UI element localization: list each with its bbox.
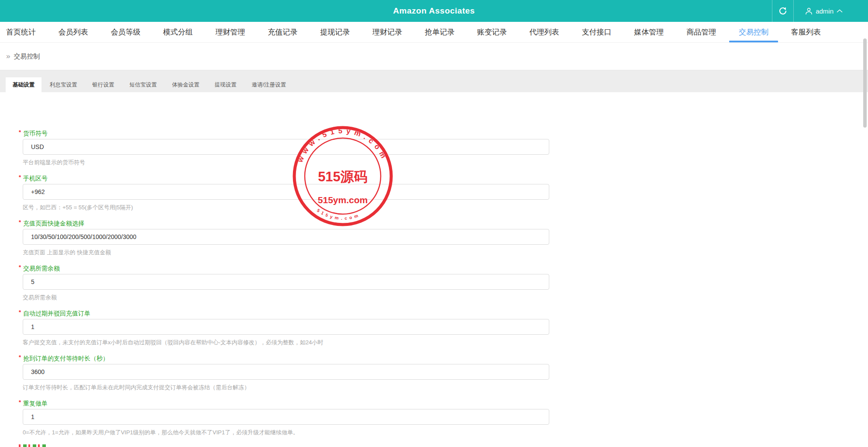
required-asterisk: * bbox=[19, 353, 21, 361]
chevron-up-icon bbox=[837, 9, 843, 13]
field-repeat-order: * 重复做单 0=不允许，1=允许，如果昨天用户做了VIP1级别的单，那么他今天… bbox=[23, 399, 868, 436]
field-currency-symbol: * 货币符号 平台前端显示的货币符号 bbox=[23, 129, 868, 166]
settings-form: * 货币符号 平台前端显示的货币符号 * 手机区号 区号，如巴西：+55 = 5… bbox=[0, 92, 868, 447]
tab-trial-fund-settings[interactable]: 体验金设置 bbox=[165, 77, 207, 92]
repeat-order-input[interactable] bbox=[23, 409, 549, 425]
required-asterisk: * bbox=[19, 218, 21, 226]
next-field-label-clipped bbox=[19, 444, 48, 447]
field-required-balance: * 交易所需余额 交易所需余额 bbox=[23, 264, 868, 301]
tab-sms-settings[interactable]: 短信宝设置 bbox=[123, 77, 164, 92]
top-header: Amazon Associates admin bbox=[0, 0, 868, 22]
nav-item-home-stats[interactable]: 首页统计 bbox=[6, 22, 36, 42]
field-quick-amounts: * 充值页面快捷金额选择 充值页面 上面显示的 快捷充值金额 bbox=[23, 219, 868, 256]
field-hint: 充值页面 上面显示的 快捷充值金额 bbox=[23, 249, 868, 256]
field-label-text: 自动过期并驳回充值订单 bbox=[23, 309, 90, 317]
tab-withdraw-settings[interactable]: 提现设置 bbox=[208, 77, 244, 92]
main-nav: 首页统计 会员列表 会员等级 模式分组 理财管理 充值记录 提现记录 理财记录 … bbox=[0, 22, 868, 43]
nav-item-mode-group[interactable]: 模式分组 bbox=[163, 22, 193, 42]
field-hint: 区号，如巴西：+55 = 55(多个区号用|5隔开) bbox=[23, 204, 868, 211]
field-label: * 抢到订单的支付等待时长（秒） bbox=[23, 354, 868, 362]
phone-area-code-input[interactable] bbox=[23, 184, 549, 200]
user-menu[interactable]: admin bbox=[794, 0, 868, 22]
field-label: * 手机区号 bbox=[23, 174, 868, 182]
field-label-text: 重复做单 bbox=[23, 399, 48, 407]
auto-expire-order-input[interactable] bbox=[23, 319, 549, 335]
settings-tabs: 基础设置 利息宝设置 银行设置 短信宝设置 体验金设置 提现设置 邀请/注册设置 bbox=[0, 70, 868, 92]
breadcrumb: » 交易控制 bbox=[0, 43, 868, 70]
nav-item-agent-list[interactable]: 代理列表 bbox=[530, 22, 559, 42]
currency-symbol-input[interactable] bbox=[23, 139, 549, 155]
required-asterisk: * bbox=[19, 263, 21, 271]
username: admin bbox=[816, 7, 834, 15]
nav-item-balance-log[interactable]: 账变记录 bbox=[477, 22, 507, 42]
app-title: Amazon Associates bbox=[393, 6, 475, 16]
field-label-text: 货币符号 bbox=[23, 129, 48, 137]
quick-amounts-input[interactable] bbox=[23, 229, 549, 245]
field-phone-area-code: * 手机区号 区号，如巴西：+55 = 55(多个区号用|5隔开) bbox=[23, 174, 868, 211]
nav-item-finance-log[interactable]: 理财记录 bbox=[372, 22, 402, 42]
field-label: * 交易所需余额 bbox=[23, 264, 868, 272]
nav-item-media-manage[interactable]: 媒体管理 bbox=[634, 22, 664, 42]
required-asterisk: * bbox=[19, 308, 21, 316]
nav-item-recharge-log[interactable]: 充值记录 bbox=[268, 22, 297, 42]
nav-item-trade-control[interactable]: 交易控制 bbox=[739, 22, 768, 42]
nav-item-grab-order-log[interactable]: 抢单记录 bbox=[425, 22, 455, 42]
nav-item-pay-interface[interactable]: 支付接口 bbox=[582, 22, 611, 42]
admin-app: Amazon Associates admin 首页统计 bbox=[0, 0, 868, 447]
refresh-icon bbox=[778, 7, 787, 15]
field-hint: 客户提交充值，未支付的充值订单x小时后自动过期驳回（驳回内容在帮助中心-文本内容… bbox=[23, 339, 868, 346]
field-hint: 交易所需余额 bbox=[23, 294, 868, 301]
nav-item-goods-manage[interactable]: 商品管理 bbox=[686, 22, 716, 42]
breadcrumb-label: 交易控制 bbox=[14, 52, 40, 61]
required-asterisk: * bbox=[19, 128, 21, 136]
nav-item-withdraw-log[interactable]: 提现记录 bbox=[320, 22, 350, 42]
field-label: * 货币符号 bbox=[23, 129, 868, 137]
vertical-scrollbar-thumb[interactable] bbox=[863, 38, 867, 128]
field-label-text: 充值页面快捷金额选择 bbox=[23, 219, 84, 227]
field-hint: 订单支付等待时长，匹配订单后未在此时间内完成支付提交订单将会被冻结（需后台解冻） bbox=[23, 384, 868, 391]
field-pay-wait-seconds: * 抢到订单的支付等待时长（秒） 订单支付等待时长，匹配订单后未在此时间内完成支… bbox=[23, 354, 868, 391]
field-label-text: 手机区号 bbox=[23, 174, 48, 182]
field-hint: 平台前端显示的货币符号 bbox=[23, 159, 868, 166]
required-asterisk: * bbox=[19, 173, 21, 181]
tab-basic-settings[interactable]: 基础设置 bbox=[6, 77, 41, 92]
field-auto-expire-order: * 自动过期并驳回充值订单 客户提交充值，未支付的充值订单x小时后自动过期驳回（… bbox=[23, 309, 868, 346]
user-icon bbox=[805, 7, 813, 15]
nav-item-member-level[interactable]: 会员等级 bbox=[111, 22, 141, 42]
tab-invite-register-settings[interactable]: 邀请/注册设置 bbox=[245, 77, 293, 92]
required-balance-input[interactable] bbox=[23, 274, 549, 290]
pay-wait-seconds-input[interactable] bbox=[23, 364, 549, 380]
nav-item-member-list[interactable]: 会员列表 bbox=[59, 22, 88, 42]
field-hint: 0=不允许，1=允许，如果昨天用户做了VIP1级别的单，那么他今天就做不了VIP… bbox=[23, 429, 868, 436]
breadcrumb-arrow-icon: » bbox=[6, 52, 10, 61]
field-label: * 重复做单 bbox=[23, 399, 868, 407]
field-label-text: 交易所需余额 bbox=[23, 264, 60, 272]
required-asterisk: * bbox=[19, 398, 21, 406]
tab-bank-settings[interactable]: 银行设置 bbox=[86, 77, 121, 92]
header-actions: admin bbox=[772, 0, 868, 22]
tab-interest-settings[interactable]: 利息宝设置 bbox=[43, 77, 84, 92]
refresh-button[interactable] bbox=[772, 0, 794, 22]
nav-item-service-list[interactable]: 客服列表 bbox=[791, 22, 821, 42]
field-label-text: 抢到订单的支付等待时长（秒） bbox=[23, 354, 109, 362]
field-label: * 充值页面快捷金额选择 bbox=[23, 219, 868, 227]
nav-item-finance-manage[interactable]: 理财管理 bbox=[215, 22, 245, 42]
field-label: * 自动过期并驳回充值订单 bbox=[23, 309, 868, 317]
